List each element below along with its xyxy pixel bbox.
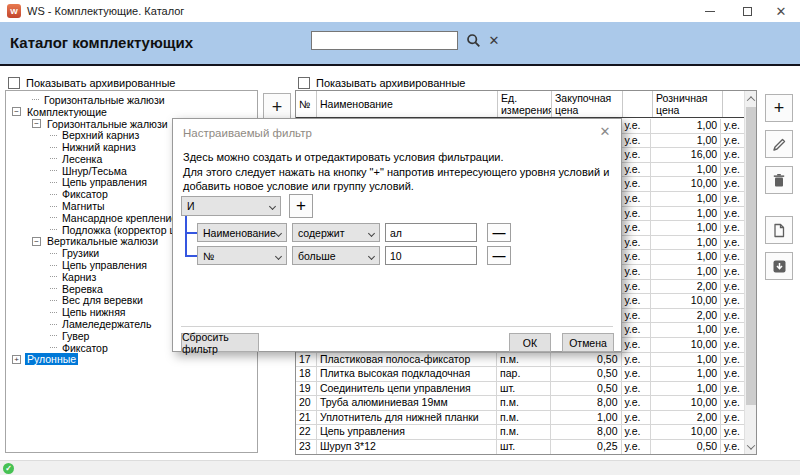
archive-item-button[interactable] bbox=[765, 252, 793, 280]
reset-filter-button[interactable]: Сбросить фильтр bbox=[181, 333, 259, 352]
tree-item-label: Мансардное крепление bbox=[60, 212, 179, 224]
remove-condition-button[interactable]: — bbox=[487, 223, 511, 242]
table-row[interactable]: 23Шуруп 3*12шт.0,25у.е.0,50у.е. bbox=[296, 440, 744, 454]
cell-num: 23 bbox=[296, 440, 317, 454]
group-operator-select[interactable]: И bbox=[181, 196, 281, 216]
scroll-down-icon[interactable] bbox=[745, 439, 757, 454]
dialog-close-button[interactable]: ✕ bbox=[597, 124, 613, 140]
chevron-down-icon bbox=[269, 203, 276, 210]
table-row[interactable]: 19Соединитель цепи управленияшт.0,50у.е.… bbox=[296, 382, 744, 397]
cell-purchase: 8,00 bbox=[551, 396, 622, 410]
tree-item-label: Карниз bbox=[60, 271, 98, 283]
tree-item-label: Грузики bbox=[60, 247, 101, 259]
cell-unit: пар. bbox=[497, 367, 551, 381]
checkbox-icon[interactable] bbox=[8, 77, 20, 89]
add-category-button[interactable]: + bbox=[263, 93, 291, 121]
tree-item[interactable]: +Рулонные bbox=[6, 354, 257, 366]
minimize-button[interactable] bbox=[695, 0, 725, 22]
search-button[interactable] bbox=[463, 30, 483, 50]
show-archived-right[interactable]: Показывать архивированные bbox=[298, 76, 465, 90]
maximize-button[interactable] bbox=[732, 0, 762, 22]
archive-box-icon bbox=[772, 259, 787, 274]
collapse-icon[interactable]: − bbox=[32, 119, 41, 128]
search-input[interactable] bbox=[311, 31, 458, 50]
page-title: Каталог комплектующих bbox=[10, 34, 193, 51]
chevron-down-icon bbox=[275, 230, 282, 237]
collapse-icon[interactable]: − bbox=[12, 107, 21, 116]
tree-item[interactable]: Горизонтальные жалюзи bbox=[6, 94, 257, 106]
scrollbar-thumb[interactable] bbox=[746, 107, 756, 405]
condition-value-input[interactable] bbox=[385, 246, 477, 265]
condition-field-value: № bbox=[203, 250, 214, 262]
add-condition-button[interactable]: + bbox=[289, 194, 313, 218]
cell-retail_unit: у.е. bbox=[721, 207, 744, 221]
condition-field-select[interactable]: № bbox=[197, 246, 287, 265]
cell-name: Шуруп 3*12 bbox=[317, 440, 497, 454]
col-header-purchase-unit[interactable] bbox=[623, 91, 653, 117]
tree-branch-line bbox=[50, 170, 57, 171]
tree-item[interactable]: −Комплектующие bbox=[6, 106, 257, 118]
table-row[interactable]: 21Уплотнитель для нижней планкип.м.1,00у… bbox=[296, 411, 744, 426]
cell-purchase_unit: у.е. bbox=[622, 192, 652, 206]
table-scrollbar[interactable] bbox=[744, 91, 756, 454]
checkbox-icon[interactable] bbox=[298, 77, 310, 89]
cell-retail_unit: у.е. bbox=[721, 338, 744, 352]
condition-connector-line bbox=[185, 255, 197, 257]
tree-item-label: Лесенка bbox=[60, 153, 104, 165]
cell-unit: п.м. bbox=[497, 425, 551, 439]
condition-field-select[interactable]: Наименование bbox=[197, 223, 287, 242]
show-archived-left[interactable]: Показывать архивированные bbox=[8, 76, 175, 90]
cell-retail_unit: у.е. bbox=[721, 134, 744, 148]
cancel-button[interactable]: Отмена bbox=[562, 333, 614, 352]
table-row[interactable]: 20Труба алюминиевая 19ммп.м.8,00у.е.10,0… bbox=[296, 396, 744, 411]
cell-purchase_unit: у.е. bbox=[622, 221, 652, 235]
cell-purchase_unit: у.е. bbox=[622, 148, 652, 162]
cell-retail_unit: у.е. bbox=[721, 323, 744, 337]
minimize-icon bbox=[705, 11, 715, 12]
remove-condition-button[interactable]: — bbox=[487, 246, 511, 265]
cell-retail: 1,00 bbox=[651, 382, 721, 396]
condition-value-input[interactable] bbox=[385, 223, 477, 242]
col-header-num[interactable]: № bbox=[296, 91, 317, 117]
edit-item-button[interactable] bbox=[765, 130, 793, 158]
tree-item-label: Нижний карниз bbox=[60, 141, 138, 153]
tree-branch-line bbox=[50, 217, 57, 218]
copy-item-button[interactable] bbox=[765, 216, 793, 244]
cell-purchase_unit: у.е. bbox=[622, 207, 652, 221]
cell-unit: п.м. bbox=[497, 411, 551, 425]
cell-purchase_unit: у.е. bbox=[622, 411, 652, 425]
add-item-button[interactable]: + bbox=[765, 94, 793, 122]
cell-retail: 2,00 bbox=[651, 411, 721, 425]
cell-num: 21 bbox=[296, 411, 317, 425]
collapse-icon[interactable]: − bbox=[32, 237, 41, 246]
maximize-icon bbox=[743, 7, 752, 16]
col-header-retail-unit[interactable] bbox=[723, 91, 746, 117]
col-header-unit[interactable]: Ед. измерения bbox=[498, 91, 552, 117]
col-header-name[interactable]: Наименование bbox=[317, 91, 498, 117]
col-header-purchase[interactable]: Закупочная цена bbox=[552, 91, 623, 117]
delete-item-button[interactable] bbox=[765, 166, 793, 194]
condition-operator-select[interactable]: больше bbox=[292, 246, 380, 265]
scroll-up-icon[interactable] bbox=[745, 91, 757, 106]
tree-branch-line bbox=[50, 182, 57, 183]
tree-branch-line bbox=[50, 229, 57, 230]
tree-branch-line bbox=[50, 347, 57, 348]
chevron-down-icon bbox=[368, 230, 375, 237]
expand-icon[interactable]: + bbox=[12, 355, 21, 364]
cell-unit: шт. bbox=[497, 440, 551, 454]
cell-num: 17 bbox=[296, 353, 317, 367]
table-row[interactable]: 22Цепь управленияп.м.8,00у.е.10,00у.е. bbox=[296, 425, 744, 440]
col-header-retail[interactable]: Розничная цена bbox=[653, 91, 723, 117]
tree-branch-line bbox=[50, 206, 57, 207]
close-button[interactable]: ✕ bbox=[766, 0, 796, 22]
search-clear-button[interactable]: ✕ bbox=[485, 30, 503, 50]
cell-retail: 1,00 bbox=[651, 192, 721, 206]
ok-button[interactable]: ОК bbox=[509, 333, 551, 352]
tree-branch-line bbox=[50, 158, 57, 159]
table-row[interactable]: 18Плитка высокая подкладочнаяпар.0,50у.е… bbox=[296, 367, 744, 382]
table-header: № Наименование Ед. измерения Закупочная … bbox=[296, 91, 756, 118]
table-row[interactable]: 17Пластиковая полоса-фиксаторп.м.0,50у.е… bbox=[296, 353, 744, 368]
cell-unit: п.м. bbox=[497, 396, 551, 410]
pencil-icon bbox=[772, 137, 787, 152]
condition-operator-select[interactable]: содержит bbox=[292, 223, 380, 242]
